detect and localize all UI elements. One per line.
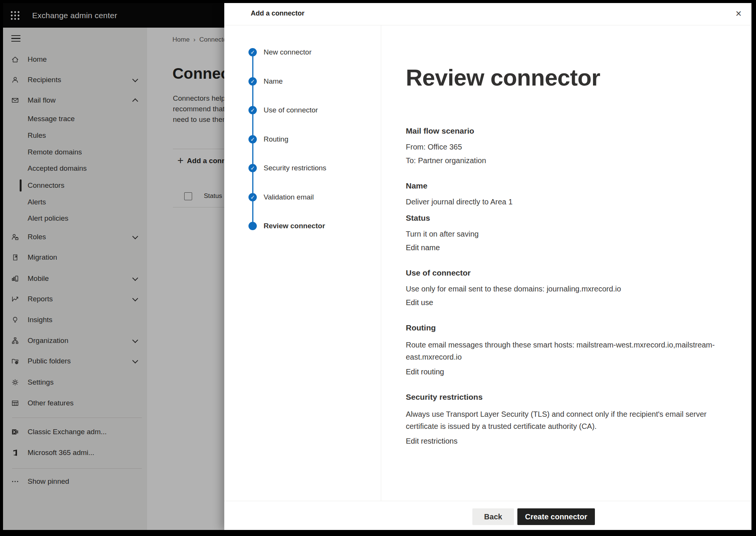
section-text: Turn it on after saving [406,229,723,239]
step-check-icon: ✓ [248,164,257,172]
section-text: From: Office 365 [406,142,723,152]
section-text: To: Partner organization [406,156,723,165]
step-label: Security restrictions [264,164,326,172]
section-text: Always use Transport Layer Security (TLS… [406,408,723,432]
step-check-icon: ✓ [248,48,257,56]
step-label: New connector [264,48,312,56]
step-label: Routing [264,135,289,143]
wizard-stepper: ✓New connector✓Name✓Use of connector✓Rou… [224,25,381,501]
section-heading-security-restrictions: Security restrictions [406,392,723,402]
step-check-icon: ✓ [248,135,257,143]
step-label: Validation email [264,193,314,201]
edit-restrictions-link[interactable]: Edit restrictions [406,436,458,446]
step-label: Name [264,77,283,86]
section-heading-status: Status [406,213,723,223]
edit-name-link[interactable]: Edit name [406,243,440,252]
panel-header: Add a connector × [224,3,751,25]
section-text: Route email messages through these smart… [406,339,723,363]
step-check-icon: ✓ [248,106,257,114]
section-text: Use only for email sent to these domains… [406,284,723,294]
back-button[interactable]: Back [472,508,514,525]
close-icon[interactable]: × [732,7,745,20]
section-heading-name: Name [406,181,723,191]
edit-use-link[interactable]: Edit use [406,298,433,307]
panel-footer: Back Create connector [224,501,751,530]
section-text: Deliver journal directly to Area 1 [406,197,723,207]
review-connector-content: Review connector Mail flow scenarioFrom:… [381,25,751,501]
step-check-icon: ✓ [248,77,257,86]
section-heading-use-of-connector: Use of connector [406,268,723,278]
create-connector-button[interactable]: Create connector [517,508,595,525]
step-label: Review connector [264,222,325,230]
step-check-icon: ✓ [248,193,257,201]
panel-title: Add a connector [251,9,304,17]
app-window: Exchange admin center HomeRecipientsMail… [3,3,751,530]
step-label: Use of connector [264,106,318,114]
section-heading-mail-flow-scenario: Mail flow scenario [406,126,723,136]
review-heading: Review connector [406,64,600,91]
add-connector-panel: Add a connector × ✓New connector✓Name✓Us… [224,3,751,530]
edit-routing-link[interactable]: Edit routing [406,367,444,377]
section-heading-routing: Routing [406,323,723,333]
current-step-dot [248,222,257,230]
